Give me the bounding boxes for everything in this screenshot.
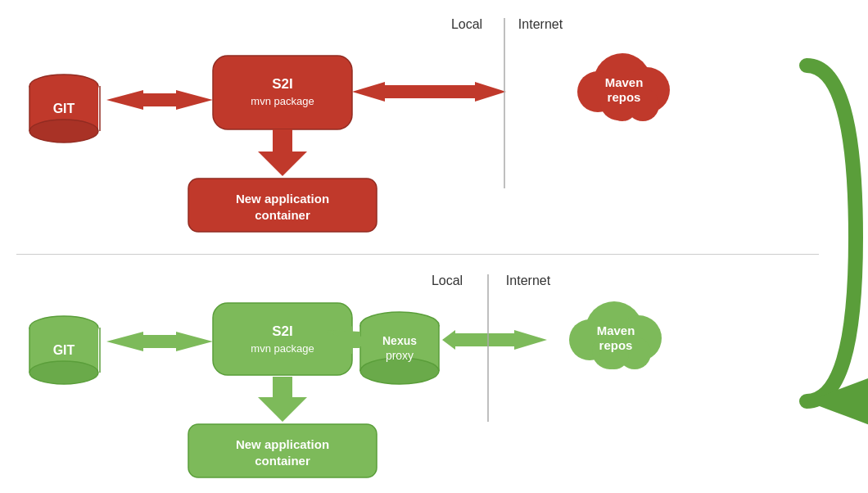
new-app-label1-bot: New application [236,437,329,451]
maven-label1-top: Maven [605,75,644,89]
arrow-git-s2i-top [106,90,213,110]
nexus-label1: Nexus [382,334,417,347]
local-label-bot: Local [432,274,463,287]
curved-arrow [790,49,864,426]
arrow-s2i-down-top [258,129,307,176]
internet-label-top: Internet [518,17,563,31]
arrow-maven-nexus-bot [442,330,547,350]
maven-label2-top: repos [608,90,641,104]
git-label-top: GIT [53,102,75,115]
internet-label-bot: Internet [506,274,551,287]
maven-label2-bot: repos [599,338,633,352]
new-app-label2-bot: container [255,454,310,468]
arrow-git-s2i-bot [106,332,213,351]
svg-point-4 [29,120,98,142]
svg-marker-30 [354,332,359,347]
new-app-label2-top: container [255,208,310,222]
git-label-bot: GIT [53,343,75,357]
section-divider [16,254,819,255]
curved-arrow-path [807,66,856,401]
s2i-label-top: S2I [272,76,293,92]
nexus-label2: proxy [386,349,414,362]
arrow-s2i-down-bot [258,377,307,422]
local-label-top: Local [451,17,482,31]
svg-point-18 [29,361,98,384]
s2i-label-bot: S2I [272,323,293,339]
s2i-box-top [213,56,352,129]
s2i-mvn-top: mvn package [251,95,314,107]
top-diagram: GIT S2I mvn package New application [0,0,868,254]
s2i-mvn-bot: mvn package [251,342,314,355]
new-app-label1-top: New application [236,192,329,206]
maven-label1-bot: Maven [597,323,635,337]
arrow-maven-s2i-top [352,82,506,102]
diagram-container: GIT S2I mvn package New application [0,0,868,493]
bottom-diagram: GIT S2I mvn package New application cont… [0,258,868,493]
